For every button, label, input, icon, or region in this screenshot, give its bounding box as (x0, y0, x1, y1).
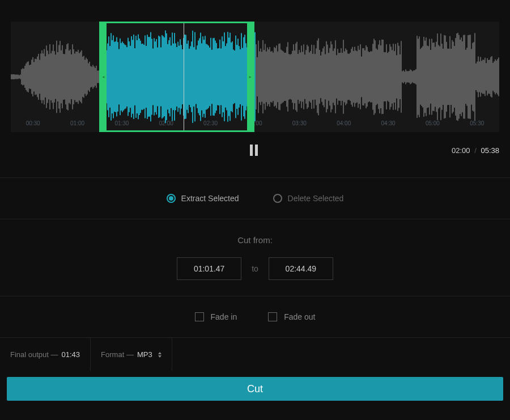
svg-rect-343 (400, 54, 401, 99)
svg-rect-199 (236, 45, 237, 109)
svg-rect-212 (251, 47, 252, 106)
svg-rect-224 (265, 44, 266, 109)
svg-rect-420 (487, 58, 488, 96)
svg-rect-247 (291, 54, 292, 100)
svg-rect-205 (243, 37, 244, 117)
svg-rect-370 (430, 50, 431, 104)
svg-rect-312 (364, 50, 366, 103)
svg-rect-337 (393, 44, 394, 110)
format-select[interactable]: Format — MP3 (91, 338, 172, 371)
time-readout: 02:00 / 05:38 (452, 146, 499, 155)
svg-rect-108 (133, 35, 134, 119)
svg-rect-201 (239, 46, 240, 108)
svg-rect-180 (215, 40, 216, 113)
waveform-display[interactable]: 00:3001:0001:3002:0002:3003:0003:3004:00… (11, 22, 499, 132)
svg-rect-27 (41, 50, 42, 103)
fade-out-checkbox[interactable]: Fade out (268, 312, 315, 321)
svg-rect-326 (380, 45, 381, 108)
svg-rect-45 (62, 45, 63, 108)
svg-rect-422 (489, 60, 490, 94)
svg-rect-117 (143, 45, 144, 109)
svg-rect-231 (273, 53, 274, 101)
svg-rect-410 (475, 63, 477, 90)
svg-rect-285 (334, 48, 335, 105)
svg-rect-328 (382, 40, 384, 114)
svg-rect-47 (64, 54, 65, 99)
svg-rect-275 (322, 48, 324, 105)
svg-rect-296 (346, 50, 347, 104)
svg-rect-60 (79, 53, 80, 101)
fade-in-checkbox[interactable]: Fade in (195, 312, 237, 321)
svg-rect-58 (76, 52, 78, 101)
svg-rect-405 (470, 35, 471, 118)
svg-rect-270 (317, 41, 318, 113)
svg-rect-169 (202, 36, 203, 117)
svg-rect-3 (14, 74, 15, 79)
svg-rect-280 (328, 53, 329, 100)
extract-selected-radio[interactable]: Extract Selected (167, 194, 239, 203)
svg-rect-250 (294, 50, 295, 103)
svg-rect-230 (271, 51, 273, 103)
svg-rect-162 (194, 32, 196, 122)
svg-rect-220 (260, 49, 261, 105)
svg-rect-184 (219, 40, 220, 114)
cut-button[interactable]: Cut (7, 377, 503, 401)
svg-rect-261 (307, 45, 308, 109)
svg-rect-29 (44, 49, 45, 105)
svg-rect-200 (237, 39, 239, 114)
svg-rect-339 (395, 44, 396, 109)
svg-rect-218 (258, 41, 259, 113)
delete-selected-radio[interactable]: Delete Selected (273, 194, 344, 203)
svg-rect-105 (130, 46, 131, 108)
svg-rect-303 (354, 47, 355, 107)
svg-rect-82 (104, 40, 105, 113)
fade-out-label: Fade out (284, 312, 315, 321)
svg-rect-392 (455, 38, 456, 116)
svg-rect-68 (88, 63, 89, 91)
svg-rect-9 (21, 69, 22, 84)
svg-rect-241 (284, 53, 285, 101)
svg-rect-300 (351, 49, 352, 104)
cut-to-input[interactable] (269, 257, 333, 280)
svg-rect-371 (431, 39, 432, 114)
svg-rect-178 (212, 38, 214, 115)
svg-rect-404 (469, 35, 470, 119)
svg-rect-146 (176, 47, 177, 107)
svg-rect-99 (123, 43, 124, 111)
svg-rect-291 (341, 48, 342, 105)
pause-button[interactable] (250, 145, 260, 156)
svg-rect-393 (456, 33, 457, 120)
svg-rect-39 (55, 54, 56, 99)
svg-rect-186 (222, 36, 223, 117)
svg-rect-187 (223, 41, 224, 112)
svg-rect-13 (26, 63, 27, 90)
chevron-sort-icon (158, 352, 162, 358)
cut-from-input[interactable] (177, 257, 241, 280)
svg-rect-357 (415, 69, 416, 84)
svg-rect-166 (199, 39, 200, 116)
svg-rect-401 (465, 50, 466, 104)
svg-rect-150 (181, 45, 182, 108)
svg-rect-302 (353, 51, 354, 103)
svg-rect-272 (319, 50, 320, 104)
svg-rect-156 (188, 40, 189, 113)
svg-rect-279 (327, 45, 328, 109)
svg-rect-398 (462, 41, 463, 112)
svg-rect-290 (339, 53, 341, 101)
svg-rect-359 (418, 39, 419, 114)
svg-rect-18 (31, 60, 32, 94)
checkbox-icon (268, 312, 277, 321)
final-output-cell: Final output — 01:43 (0, 338, 91, 371)
svg-rect-35 (50, 53, 52, 100)
svg-rect-114 (140, 41, 141, 113)
svg-rect-177 (211, 50, 212, 104)
svg-rect-32 (47, 50, 48, 103)
svg-rect-101 (125, 45, 126, 109)
svg-rect-139 (168, 40, 169, 113)
svg-rect-325 (379, 40, 380, 113)
svg-rect-148 (178, 46, 180, 108)
svg-rect-165 (198, 40, 199, 113)
svg-rect-386 (448, 49, 449, 105)
svg-rect-362 (421, 48, 422, 106)
pause-icon (255, 145, 258, 156)
